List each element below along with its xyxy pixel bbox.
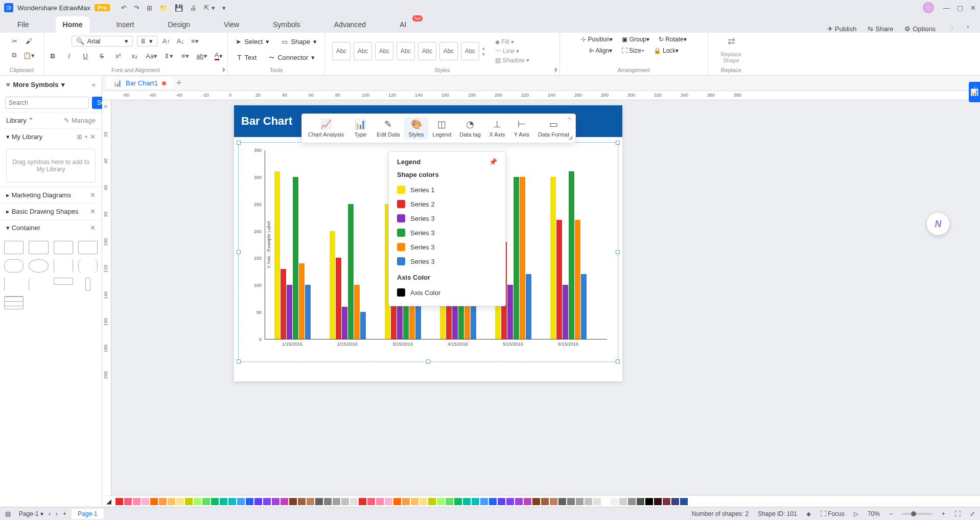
fullscreen-icon[interactable]: ⤢ (970, 510, 975, 517)
shape-thumb[interactable] (4, 296, 24, 309)
underline-icon[interactable]: U (80, 51, 90, 61)
color-swatch[interactable] (558, 498, 566, 505)
subscript-icon[interactable]: x₂ (129, 51, 139, 61)
bar[interactable] (281, 269, 286, 339)
color-swatch[interactable] (298, 498, 306, 505)
color-swatch[interactable] (402, 498, 410, 505)
bar[interactable] (526, 274, 531, 339)
color-swatch[interactable] (446, 498, 453, 505)
color-swatch[interactable] (472, 498, 479, 505)
eyedropper-icon[interactable]: ◢ (106, 498, 111, 505)
color-swatch[interactable] (254, 498, 262, 505)
chart-tool-y-axis[interactable]: ⊢Y Axis (509, 117, 534, 140)
style-scroll-down-icon[interactable]: ▾ (482, 52, 485, 57)
save-icon[interactable]: 💾 (175, 4, 183, 12)
color-swatch[interactable] (671, 498, 679, 505)
color-swatch[interactable] (393, 498, 401, 505)
color-swatch[interactable] (532, 498, 540, 505)
zoom-slider[interactable] (902, 513, 932, 515)
lock-dropdown[interactable]: 🔒 Lock▾ (654, 47, 679, 54)
chart-tool-chart-analysis[interactable]: 📈Chart Analysis (304, 117, 348, 140)
color-swatch[interactable] (246, 498, 253, 505)
format-painter-icon[interactable]: 🖌 (24, 36, 34, 46)
color-swatch[interactable] (428, 498, 436, 505)
shape-thumb[interactable] (54, 241, 73, 254)
color-swatch[interactable] (367, 498, 375, 505)
tab-view[interactable]: View (217, 16, 246, 33)
legend-pin-icon[interactable]: 📌 (489, 158, 497, 166)
shape-thumb[interactable] (4, 259, 24, 273)
close-lib-icon[interactable]: ✕ (90, 133, 96, 141)
position-dropdown[interactable]: ⊹ Position▾ (581, 36, 613, 43)
bar[interactable] (342, 307, 347, 339)
export-icon[interactable]: ⇱ ▾ (204, 4, 215, 12)
minimize-icon[interactable]: — (943, 4, 950, 12)
paste-icon[interactable]: 📋▾ (23, 50, 35, 60)
shape-thumb[interactable] (4, 241, 24, 254)
color-swatch[interactable] (397, 229, 405, 237)
color-swatch[interactable] (637, 498, 644, 505)
color-swatch[interactable] (411, 498, 418, 505)
superscript-icon[interactable]: x² (113, 51, 123, 61)
qa-more-icon[interactable]: ▾ (222, 4, 226, 12)
manage-link[interactable]: ✎ Manage (64, 117, 96, 124)
share-button[interactable]: ⇆ Share (868, 25, 893, 33)
style-preset[interactable]: Abc (439, 42, 458, 60)
color-swatch[interactable] (220, 498, 227, 505)
cat-close-icon[interactable]: ✕ (90, 224, 96, 232)
bar[interactable] (299, 263, 305, 339)
style-scroll-up-icon[interactable]: ▴ (482, 46, 485, 51)
color-swatch[interactable] (307, 498, 314, 505)
bar[interactable] (569, 171, 574, 339)
color-swatch[interactable] (654, 498, 662, 505)
color-swatch[interactable] (663, 498, 670, 505)
rotate-dropdown[interactable]: ↻ Rotate▾ (659, 36, 687, 43)
new-tab-icon[interactable]: + (176, 78, 182, 88)
shape-thumb[interactable] (54, 278, 73, 285)
text-tool[interactable]: T Text (234, 52, 261, 63)
prev-page-icon[interactable]: ‹ (49, 510, 51, 517)
legend-item[interactable]: Series 2 (397, 197, 497, 211)
page-tab[interactable]: Page-1 (72, 509, 104, 519)
color-swatch[interactable] (168, 498, 175, 505)
font-color-icon[interactable]: A▾ (214, 51, 224, 61)
color-swatch[interactable] (611, 498, 618, 505)
color-swatch[interactable] (397, 186, 405, 194)
options-button[interactable]: ⚙ Options (904, 25, 936, 33)
style-preset[interactable]: Abc (332, 42, 351, 60)
library-dropzone[interactable]: Drag symbols here to add to My Library (6, 149, 96, 183)
bold-icon[interactable]: B (48, 51, 58, 61)
cut-icon[interactable]: ✂ (10, 36, 20, 46)
bar[interactable] (415, 301, 421, 339)
cat-marketing[interactable]: ▸ Marketing Diagrams (6, 191, 71, 199)
collapse-ribbon-icon[interactable]: ˄ (966, 25, 970, 33)
fill-dropdown[interactable]: ◆ Fill ▾ (495, 38, 529, 46)
bar[interactable] (305, 285, 311, 339)
fit-page-icon[interactable]: ⛶ (954, 510, 961, 517)
cat-basic-shapes[interactable]: ▸ Basic Drawing Shapes (6, 208, 78, 215)
chart-tool-legend[interactable]: ◫Legend (429, 117, 456, 140)
color-swatch[interactable] (515, 498, 523, 505)
legend-item[interactable]: Series 1 (397, 183, 497, 197)
color-swatch[interactable] (576, 498, 584, 505)
color-swatch[interactable] (480, 498, 488, 505)
replace-shape-button[interactable]: Replace Shape (715, 51, 747, 63)
doc-tab-barchart1[interactable]: 📊 Bar Chart1 (106, 77, 173, 89)
bullets-icon[interactable]: ≡▾ (180, 51, 190, 61)
color-swatch[interactable] (324, 498, 332, 505)
shadow-dropdown[interactable]: ▧ Shadow ▾ (495, 57, 529, 64)
user-avatar[interactable] (923, 2, 934, 13)
tab-advanced[interactable]: Advanced (327, 16, 373, 33)
color-swatch[interactable] (680, 498, 688, 505)
cat-close-icon[interactable]: ✕ (90, 208, 96, 215)
color-swatch[interactable] (397, 200, 405, 208)
my-library-section[interactable]: ▾ My Library (6, 133, 42, 141)
color-swatch[interactable] (237, 498, 245, 505)
color-swatch[interactable] (341, 498, 349, 505)
shape-thumb[interactable] (29, 241, 48, 254)
color-swatch[interactable] (524, 498, 531, 505)
bar[interactable] (581, 274, 587, 339)
page-selector[interactable]: Page-1 ▾ (19, 510, 43, 517)
legend-item[interactable]: Series 3 (397, 225, 497, 240)
color-swatch[interactable] (628, 498, 636, 505)
